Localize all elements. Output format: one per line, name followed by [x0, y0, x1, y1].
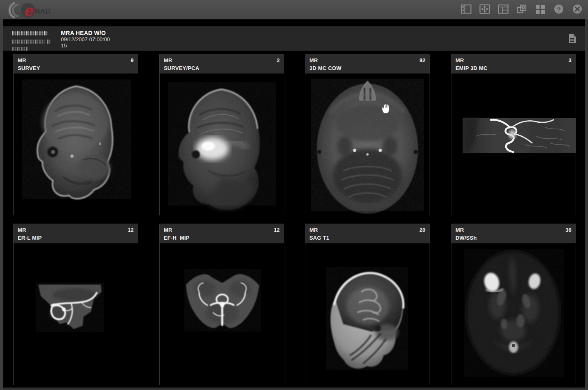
- series-name: SURVEY: [18, 64, 134, 72]
- study-title: MRA HEAD W/O: [61, 30, 110, 36]
- series-image-count: 20: [419, 227, 425, 234]
- series-tile-emip-3d-mc[interactable]: MR 3 EMIP 3D MC: [451, 54, 576, 215]
- series-modality: MR: [309, 57, 318, 64]
- series-header: MR 36 DW/SSh: [451, 224, 576, 243]
- series-name: ER-L MIP: [18, 234, 134, 242]
- series-modality: MR: [309, 227, 318, 234]
- series-thumbnail-diffusion-axial[interactable]: [451, 243, 576, 385]
- window-frame-bottom: [3, 388, 585, 390]
- series-header: MR 20 SAG T1: [305, 224, 430, 243]
- thumbnail-panel-layout-icon[interactable]: [460, 3, 472, 15]
- toolbar: ?: [460, 3, 583, 15]
- series-image-count: 3: [569, 57, 572, 64]
- study-description: MRA HEAD W/O 09/12/2007 07:00:00 15: [61, 30, 110, 49]
- patient-name-redacted: [12, 31, 51, 53]
- series-image-count: 2: [277, 57, 280, 64]
- series-modality: MR: [456, 227, 464, 234]
- close-icon[interactable]: [572, 3, 583, 15]
- series-tile-sag-t1[interactable]: MR 20 SAG T1: [305, 224, 430, 385]
- series-header: MR 92 3D MC COW: [305, 54, 430, 74]
- window-settings-icon[interactable]: [516, 3, 528, 15]
- series-name: EF-H MIP: [164, 234, 280, 242]
- series-image-count: 9: [131, 57, 134, 64]
- series-name: SURVEY/PCA: [164, 64, 280, 72]
- patient-name-pixelated: [12, 31, 48, 35]
- window-layout-icon[interactable]: [497, 3, 509, 15]
- series-thumbnail-sagittal-survey[interactable]: [14, 74, 138, 215]
- patient-id-pixelated: [12, 47, 28, 51]
- series-name: 3D MC COW: [309, 64, 425, 72]
- study-info-bar: MRA HEAD W/O 09/12/2007 07:00:00 15: [3, 26, 585, 51]
- window-frame-right: [585, 19, 588, 390]
- study-datetime: 09/12/2007 07:00:00: [61, 37, 110, 42]
- series-tile-er-l-mip[interactable]: MR 12 ER-L MIP: [13, 224, 138, 385]
- series-thumbnail-mip-angio-band[interactable]: [451, 74, 576, 215]
- logo-e: e: [23, 2, 34, 19]
- window-frame-left: [0, 19, 3, 390]
- patient-dob-pixelated: [12, 40, 44, 44]
- series-image-count: 12: [128, 227, 134, 234]
- series-image-count: 12: [274, 227, 280, 234]
- patient-sex-pixelated: [47, 40, 51, 44]
- series-modality: MR: [456, 57, 464, 64]
- series-header: MR 3 EMIP 3D MC: [451, 54, 576, 74]
- viewer-window: e RAD: [0, 0, 588, 390]
- series-thumbnail-sagittal-t1[interactable]: [305, 243, 430, 385]
- series-tile-dw-ssh[interactable]: MR 36 DW/SSh: [451, 224, 576, 385]
- study-series-count: 15: [61, 43, 110, 49]
- series-header: MR 12 ER-L MIP: [14, 224, 138, 243]
- series-name: DW/SSh: [456, 234, 572, 242]
- series-name: EMIP 3D MC: [456, 64, 572, 72]
- series-thumbnail-axial-skull-base[interactable]: [305, 74, 430, 215]
- help-glyph: ?: [557, 6, 560, 13]
- series-thumbnail-sagittal-pca[interactable]: [160, 74, 284, 215]
- logo-rad: RAD: [35, 7, 51, 15]
- help-icon[interactable]: ?: [553, 3, 565, 15]
- series-header: MR 9 SURVEY: [14, 54, 138, 74]
- series-thumbnail-mip-angio-crown[interactable]: [160, 243, 284, 385]
- series-tile-ef-h-mip[interactable]: MR 12 EF-H MIP: [159, 224, 284, 385]
- series-modality: MR: [18, 57, 26, 64]
- erad-logo: e RAD: [2, 1, 56, 19]
- report-icon[interactable]: [567, 33, 578, 44]
- series-header: MR 2 SURVEY/PCA: [160, 54, 284, 74]
- series-tile-survey[interactable]: MR 9 SURVEY: [13, 54, 138, 215]
- series-modality: MR: [164, 57, 172, 64]
- series-image-count: 92: [419, 57, 425, 64]
- series-header: MR 12 EF-H MIP: [160, 224, 284, 243]
- series-modality: MR: [18, 227, 26, 234]
- series-tile-3d-mc-cow[interactable]: MR 92 3D MC COW: [305, 54, 430, 215]
- series-modality: MR: [164, 227, 172, 234]
- fit-expand-icon[interactable]: [479, 3, 490, 15]
- series-image-count: 36: [565, 227, 572, 234]
- series-thumbnail-mip-angio-small[interactable]: [14, 243, 138, 385]
- grid-layout-icon[interactable]: [535, 3, 546, 15]
- series-name: SAG T1: [309, 234, 425, 242]
- series-tile-survey-pca[interactable]: MR 2 SURVEY/PCA: [159, 54, 284, 215]
- title-bar: e RAD: [0, 0, 588, 19]
